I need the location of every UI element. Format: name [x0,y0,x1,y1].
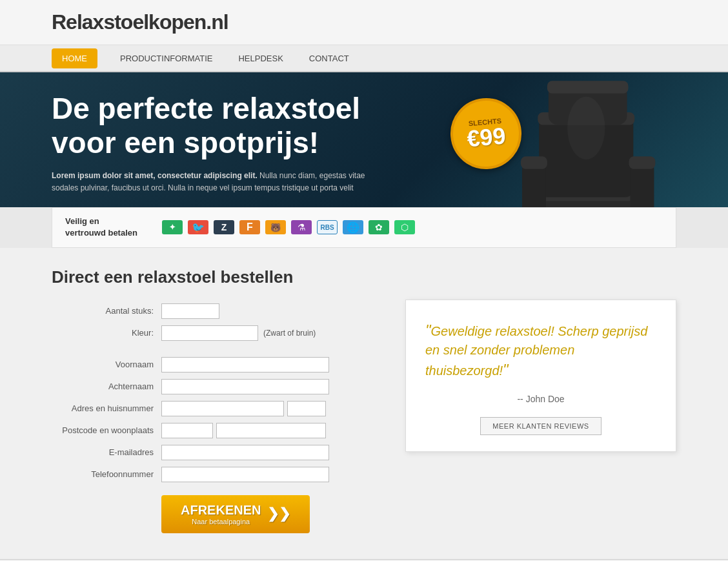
section-title: Direct een relaxstoel bestellen [52,267,676,287]
nav-productinfo[interactable]: PRODUCTINFORMATIE [117,47,216,70]
voornaam-label: Voornaam [52,360,161,369]
adres-input[interactable] [161,401,284,416]
logo: Relaxstoelkopen.nl [52,10,228,34]
payment-icon-8: 🌐 [343,220,363,234]
quote-close: " [503,361,509,378]
form-row-adres: Adres en huisnummer [52,401,387,416]
payment-icon-4: F [239,220,260,234]
email-input[interactable] [161,445,329,460]
kleur-label: Kleur: [52,328,161,338]
postcode-label: Postcode en woonplaats [52,425,161,435]
footer: Copyright 2012. All rights reserved. Val… [0,559,728,561]
nav-helpdesk[interactable]: HELPDESK [235,47,286,70]
form-row-telefoon: Telefoonnummer [52,467,387,482]
achternaam-input[interactable] [161,379,329,394]
aantal-label: Aantal stuks: [52,306,161,316]
hero-title: De perfecte relaxstoel voor een spotprij… [52,92,452,160]
voornaam-input[interactable] [161,357,329,372]
adres-label: Adres en huisnummer [52,403,161,413]
main-nav: HOME PRODUCTINFORMATIE HELPDESK CONTACT [0,45,728,72]
checkout-wrap: AFREKENEN Naar betaalpagina ❯❯ [161,495,387,533]
hero-text: De perfecte relaxstoel voor een spotprij… [52,92,452,194]
trust-label: Veilig en vertrouwd betalen [65,216,149,239]
order-form: Aantal stuks: Kleur: (Zwart of bruin) Vo… [52,303,387,533]
quote-open: " [425,321,431,339]
payment-icon-1: ✦ [162,220,183,234]
woonplaats-input[interactable] [216,423,326,438]
svg-rect-13 [630,163,654,207]
payment-icon-10: ⬡ [394,220,415,234]
svg-point-15 [567,97,605,159]
huisnummer-input[interactable] [287,401,326,416]
form-row-aantal: Aantal stuks: [52,303,387,319]
address-inputs [161,401,326,416]
chair-image [502,72,683,207]
price-badge-price: €99 [466,124,507,150]
telefoon-label: Telefoonnummer [52,469,161,479]
logo-tld: .nl [206,10,228,34]
telefoon-input[interactable] [161,467,329,482]
kleur-hint: (Zwart of bruin) [263,329,316,338]
svg-rect-10 [547,81,629,93]
form-row-kleur: Kleur: (Zwart of bruin) [52,325,387,341]
payment-icon-3: Z [214,220,234,234]
logo-main: Relaxstoelkopen [52,10,206,34]
payment-icon-9: ✿ [369,220,389,234]
hero-banner: De perfecte relaxstoel voor een spotprij… [0,72,728,207]
form-row-voornaam: Voornaam [52,357,387,372]
checkout-arrow-icon: ❯❯ [267,505,290,522]
postcode-inputs [161,423,326,438]
testimonial-text: "Geweldige relaxstoel! Scherp geprijsd e… [425,320,656,381]
main-content: Direct een relaxstoel bestellen Aantal s… [0,248,728,559]
form-row-achternaam: Achternaam [52,379,387,394]
postcode-input[interactable] [161,423,213,438]
kleur-input[interactable] [161,325,258,341]
testimonial-box: "Geweldige relaxstoel! Scherp geprijsd e… [405,300,676,452]
hero-title-line1: De perfecte relaxstoel [52,92,360,125]
aantal-input[interactable] [161,303,219,319]
nav-home[interactable]: HOME [52,48,97,68]
payment-icon-2: 🐦 [188,220,208,234]
checkout-button[interactable]: AFREKENEN Naar betaalpagina ❯❯ [161,495,310,533]
trust-icons: ✦ 🐦 Z F 🐻 ⚗ RBS 🌐 ✿ ⬡ [162,220,415,234]
more-reviews-button[interactable]: MEER KLANTEN REVIEWS [480,417,601,435]
checkout-label: AFREKENEN Naar betaalpagina [181,503,261,525]
svg-rect-11 [522,163,546,207]
hero-title-line2: voor een spotprijs! [52,126,319,159]
email-label: E-mailadres [52,447,161,457]
svg-rect-12 [521,156,547,168]
nav-contact[interactable]: CONTACT [306,47,352,70]
hero-subtitle: Lorem ipsum dolor sit amet, consectetur … [52,170,374,194]
testimonial-author: -- John Doe [425,394,656,404]
payment-icon-6: ⚗ [291,220,312,234]
trust-bar: Veilig en vertrouwd betalen ✦ 🐦 Z F 🐻 ⚗ … [52,207,676,247]
form-row-postcode: Postcode en woonplaats [52,423,387,438]
header: Relaxstoelkopen.nl [0,0,728,45]
payment-icon-5: 🐻 [265,220,286,234]
achternaam-label: Achternaam [52,382,161,391]
payment-icon-7: RBS [317,220,338,234]
form-row-email: E-mailadres [52,445,387,460]
svg-rect-14 [629,156,655,168]
